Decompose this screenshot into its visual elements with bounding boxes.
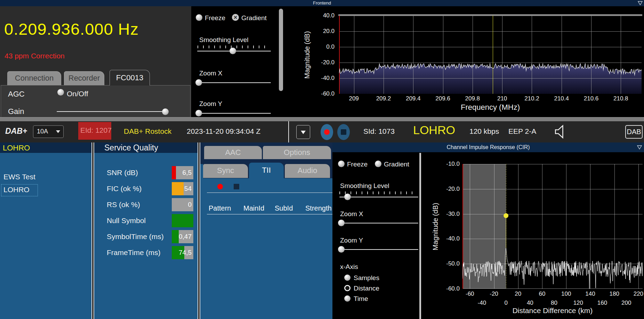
spectrum-gradient-label: Gradient <box>241 14 267 22</box>
status-bar: DAB+ 10A EId: 1207 DAB+ Rostock 2023-11-… <box>0 121 644 142</box>
device-tab-fc0013[interactable]: FC0013 <box>110 70 150 85</box>
gain-slider[interactable] <box>57 111 169 112</box>
spectrum-xtick: 210 <box>491 95 513 102</box>
spectrum-zoom-y-slider[interactable] <box>197 113 271 114</box>
speaker-icon[interactable] <box>553 124 568 140</box>
sq-row-value: 74,5 <box>179 249 192 256</box>
tii-tab-audio[interactable]: Audio <box>285 164 330 178</box>
window-shade-icon[interactable] <box>637 145 642 149</box>
cir-controls-scrollbar[interactable] <box>419 153 421 319</box>
spectrum-zoom-x-label: Zoom X <box>199 69 223 77</box>
tii-column-header[interactable]: Pattern <box>209 204 231 212</box>
sq-row-label: Null Symbol <box>107 216 146 225</box>
cir-zoom-y-label: Zoom Y <box>340 237 363 244</box>
cir-ytick: -20.0 <box>432 186 460 193</box>
record-button[interactable] <box>321 124 333 140</box>
service-dropdown-button[interactable] <box>296 125 310 139</box>
cir-x-axis-option-label: Samples <box>354 274 379 282</box>
spectrum-zoom-x-slider[interactable] <box>197 82 271 83</box>
spectrum-zoom-y-handle[interactable] <box>195 110 202 116</box>
list-item[interactable]: LOHRO <box>3 186 30 194</box>
tii-column-header[interactable]: SubId <box>275 204 293 212</box>
sq-row-value: 0,47 <box>179 233 192 240</box>
cir-x-axis-radio-samples[interactable] <box>344 275 351 281</box>
sq-row-fill <box>172 230 179 243</box>
ensemble-id-label: EId: 1207 <box>80 126 112 134</box>
vertical-splitter-1[interactable] <box>91 142 94 319</box>
device-tab-recorder[interactable]: Recorder <box>64 71 104 85</box>
agc-radio[interactable] <box>57 89 64 96</box>
tii-pane <box>200 178 332 319</box>
cir-plot[interactable] <box>462 164 643 289</box>
tii-column-header[interactable]: Strength <box>305 204 332 212</box>
cir-xtick: 160 <box>591 300 613 306</box>
tii-top-tab-options[interactable]: Options <box>263 146 331 159</box>
sq-row-bar: 6,5 <box>172 166 193 179</box>
sq-row-bar <box>172 214 193 227</box>
cir-zoom-y-handle[interactable] <box>338 246 345 253</box>
cir-gradient-radio[interactable] <box>375 161 381 167</box>
frequency-display: 0.209.936.000 Hz <box>4 19 139 39</box>
service-list-header: LOHRO <box>0 142 91 153</box>
tii-record-indicator[interactable] <box>217 184 223 189</box>
service-name-label: LOHRO <box>413 123 455 137</box>
cir-zoom-x-label: Zoom X <box>340 210 363 218</box>
stop-button[interactable] <box>337 124 350 140</box>
spectrum-xtick: 209.4 <box>402 95 424 102</box>
tii-tab-sync[interactable]: Sync <box>203 164 248 178</box>
cir-smoothing-slider[interactable] <box>339 197 418 197</box>
sq-row-bar: 0,47 <box>172 230 193 243</box>
cir-xtick: 120 <box>567 300 589 306</box>
app-window: Frontend 0.209.936.000 Hz 43 ppm Correct… <box>0 0 644 319</box>
device-panel: 0.209.936.000 Hz 43 ppm Correction Conne… <box>0 6 191 117</box>
cir-x-axis-radio-distance[interactable] <box>344 285 351 291</box>
cir-freeze-radio[interactable] <box>338 161 345 167</box>
cir-xtick: 100 <box>555 291 577 297</box>
cir-controls-panel: Freeze Gradient Smoothing Level Zoom X Z… <box>332 152 419 319</box>
cir-x-axis-option-label: Distance <box>354 285 379 292</box>
list-item[interactable]: EWS Test <box>3 173 35 181</box>
tii-top-tab-aac[interactable]: AAC <box>204 146 262 159</box>
tii-tab-tii[interactable]: TII <box>249 163 284 178</box>
spectrum-controls-scrollbar[interactable] <box>279 9 283 91</box>
statusbar-separator <box>288 121 289 142</box>
cir-x-axis-radio-time[interactable] <box>344 295 351 302</box>
tii-pane-edge <box>200 164 203 178</box>
sq-row-fill <box>172 182 184 195</box>
channel-combobox[interactable]: 10A <box>33 125 64 138</box>
window-shade-icon[interactable] <box>638 1 643 5</box>
spectrum-x-axis-title: Frequency (MHz) <box>438 103 542 112</box>
device-tab-connection[interactable]: Connection <box>7 71 61 85</box>
cir-xtick: 140 <box>579 291 601 297</box>
spectrum-zoom-x-handle[interactable] <box>195 79 202 86</box>
cir-zoom-x-handle[interactable] <box>338 220 345 226</box>
cir-smoothing-handle[interactable] <box>344 194 351 200</box>
spectrum-smoothing-handle[interactable] <box>230 48 236 54</box>
spectrum-freeze-label: Freeze <box>205 14 225 22</box>
cir-ytick: -50.0 <box>432 260 460 267</box>
cir-title: Channel Impulse Response (CIR) <box>332 142 644 152</box>
sq-row-bar: 74,5 <box>172 246 193 259</box>
tii-column-header[interactable]: MainId <box>243 204 264 212</box>
mode-label: DAB+ <box>5 126 27 136</box>
spectrum-xtick: 210.2 <box>521 95 543 102</box>
bitrate-label: 120 kbps <box>469 127 499 136</box>
spectrum-zoom-y-label: Zoom Y <box>199 100 222 108</box>
cir-xtick: 180 <box>603 291 626 297</box>
spectrum-plot[interactable] <box>339 16 642 94</box>
cir-smoothing-ticks <box>339 191 412 194</box>
gain-label: Gain <box>8 107 24 116</box>
dab-signal-badge: DAB <box>625 125 643 139</box>
cir-zoom-x-slider[interactable] <box>339 223 418 223</box>
service-quality-header: Service Quality <box>94 142 198 153</box>
spectrum-freeze-radio[interactable] <box>196 14 202 21</box>
cir-zoom-y-slider[interactable] <box>339 249 418 250</box>
spectrum-gradient-checkbox[interactable]: ✕ <box>232 14 239 21</box>
horizontal-splitter[interactable] <box>0 117 644 121</box>
spectrum-ytick: -60.0 <box>307 90 335 97</box>
chevron-down-icon <box>56 130 60 133</box>
vertical-splitter-2[interactable] <box>198 142 200 319</box>
cir-xtick: 20 <box>507 291 529 297</box>
cir-freeze-label: Freeze <box>347 161 368 168</box>
tii-stop-indicator[interactable] <box>234 184 239 189</box>
